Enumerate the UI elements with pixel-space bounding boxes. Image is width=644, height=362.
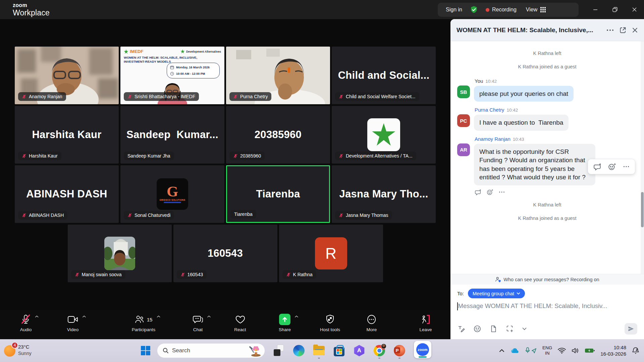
chevron-up-icon[interactable] [294,315,299,318]
title-bar: zoom Workplace Sign in Recording View [0,0,644,19]
wifi-icon[interactable] [558,348,566,354]
hexagon-a-app-icon[interactable]: A [353,344,366,357]
edge-browser-icon[interactable] [292,344,305,357]
chevron-up-icon[interactable] [35,315,39,318]
video-tile-tiarenba-active-speaker[interactable]: Tiarenba Tiarenba [226,165,330,223]
start-button[interactable] [141,346,150,355]
grid-view-icon [540,7,546,13]
chat-header: WOMEN AT THE HELM: Scalable, Inclusive,.… [450,19,644,41]
microsoft-store-icon[interactable] [333,344,345,357]
video-tile-k-rathna[interactable]: R K Rathna [279,225,383,282]
share-button[interactable]: Share [279,314,291,332]
message-bubble[interactable]: I have a question to Tiarenba [474,115,569,130]
weather-widget[interactable]: 4 23°C Sunny [4,342,32,357]
message-hover-toolbar [588,159,635,174]
notification-bell-dnd-icon[interactable] [632,347,639,355]
message-bubble[interactable]: What is the opportunity for CSR Funding … [474,144,595,185]
chat-close-button[interactable] [632,27,638,33]
chat-button[interactable]: Chat [193,314,203,332]
more-actions-icon[interactable] [499,191,505,193]
taskbar-app-icons: A zoom [272,344,432,357]
tray-chevron-up-icon[interactable] [499,349,504,352]
chat-message-list[interactable]: K Rathna left K Rathna joined as a guest… [450,41,644,274]
view-label: View [526,7,537,13]
task-view-button[interactable] [272,344,285,357]
react-button[interactable]: React [234,314,246,332]
taskbar-search-box[interactable]: Search [157,343,265,358]
video-tile-purna-chetry[interactable]: Purna Chetry [226,47,330,104]
recipient-selector[interactable]: Meeting group chat [468,289,525,298]
video-tile-manoj-swain-soova[interactable]: Manoj swain soova [68,225,172,282]
video-tile-srishti-bhattacharya[interactable]: IMEDF Development Alternatives WOMEN AT … [120,47,224,104]
message-bubble[interactable]: please put your queries on chat [474,86,574,102]
more-actions-icon[interactable] [623,166,630,168]
chat-bubble-icon [193,315,203,324]
view-button[interactable]: View [526,7,546,13]
video-tile-sandeep-kumar-jha[interactable]: Sandeep Kumar... Sandeep Kumar Jha [120,106,224,164]
clock-and-date[interactable]: 10:48 16-03-2026 [600,344,626,357]
emoji-icon[interactable] [473,325,481,333]
powerpoint-icon[interactable] [393,344,406,357]
video-tile-sonal-chaturvedi[interactable]: G GRIDSCO SOLUTIONS Sonal Chaturvedi [120,165,224,223]
chevron-up-icon[interactable] [82,315,86,318]
restore-button[interactable] [605,0,625,19]
video-tile-jasna-mary-thomas[interactable]: Jasna Mary Tho... Jasna Mary Thomas [332,165,436,223]
close-button[interactable] [625,0,644,19]
recording-indicator[interactable]: Recording [486,7,517,13]
video-tile-20385960[interactable]: 20385960 20385960 [226,106,330,164]
video-button[interactable]: Video [67,314,78,332]
sender-name[interactable]: Purna Chetry [475,107,504,113]
reply-in-thread-icon[interactable] [475,189,481,195]
video-tile-abinash-dash[interactable]: ABINASH DASH ABINASH DASH [15,165,119,223]
mic-and-location-tray-icon[interactable] [525,347,537,354]
nametag: ABINASH DASH [18,211,67,220]
send-message-button[interactable] [625,323,637,335]
audio-button[interactable]: Audio [20,314,32,332]
participants-button[interactable]: 15 Participants [132,314,156,332]
compose-toolbar [450,322,644,339]
file-explorer-icon[interactable] [313,344,325,357]
add-reaction-icon[interactable] [487,189,493,195]
add-reaction-icon[interactable] [608,163,616,171]
system-tray: ENGIN 10:48 16-03-2026 [499,339,639,362]
format-text-icon[interactable] [457,325,465,333]
chevron-up-icon[interactable] [207,315,211,318]
chevron-up-icon[interactable] [156,315,160,318]
battery-charging-icon[interactable] [585,348,595,353]
muted-mic-icon [339,94,343,99]
letter-avatar: R [315,237,347,269]
calendar-icon [170,65,174,69]
minimize-button[interactable] [586,0,605,19]
chevron-down-icon[interactable] [522,327,527,330]
privacy-notice-text: Who can see your messages? Recording on [503,277,599,282]
chat-scrollbar-track[interactable] [641,41,644,274]
video-tile-child-and-social[interactable]: Child and Social... Child and Social Wel… [332,47,436,104]
leave-label: Leave [420,327,432,332]
privacy-notice[interactable]: Who can see your messages? Recording on [450,274,644,285]
video-tile-harshita-kaur[interactable]: Harshita Kaur Harshita Kaur [15,106,119,164]
recording-label: Recording [492,7,517,13]
onedrive-icon[interactable] [510,348,520,354]
green-star-icon [372,123,396,147]
video-tile-160543[interactable]: 160543 160543 [173,225,277,282]
attach-file-icon[interactable] [489,325,497,333]
chat-more-button[interactable] [606,29,614,31]
chrome-browser-icon[interactable] [373,344,386,357]
chat-message-input[interactable]: Message WOMEN AT THE HELM: Scalable, Inc… [458,302,607,310]
sender-name[interactable]: Anamoy Ranjan [475,136,511,142]
zoom-app-icon[interactable]: zoom [413,344,432,357]
more-button[interactable]: More [367,314,377,332]
reply-in-thread-icon[interactable] [593,163,601,171]
sign-in-button[interactable]: Sign in [446,7,462,13]
leave-button[interactable]: Leave [420,314,432,332]
video-tile-anamoy-ranjan[interactable]: Anamoy Ranjan [15,47,119,104]
chat-scrollbar-thumb[interactable] [641,192,644,227]
speaker-icon[interactable] [572,348,579,354]
screenshot-icon[interactable] [505,324,514,333]
video-tile-development-alternatives[interactable]: Development Alternatives / TA... [332,106,436,164]
avatar: SB [457,85,470,98]
pop-out-icon[interactable] [619,26,627,34]
language-indicator[interactable]: ENGIN [542,345,552,356]
encryption-shield-icon[interactable] [470,5,478,14]
host-tools-button[interactable]: Host tools [320,314,340,332]
